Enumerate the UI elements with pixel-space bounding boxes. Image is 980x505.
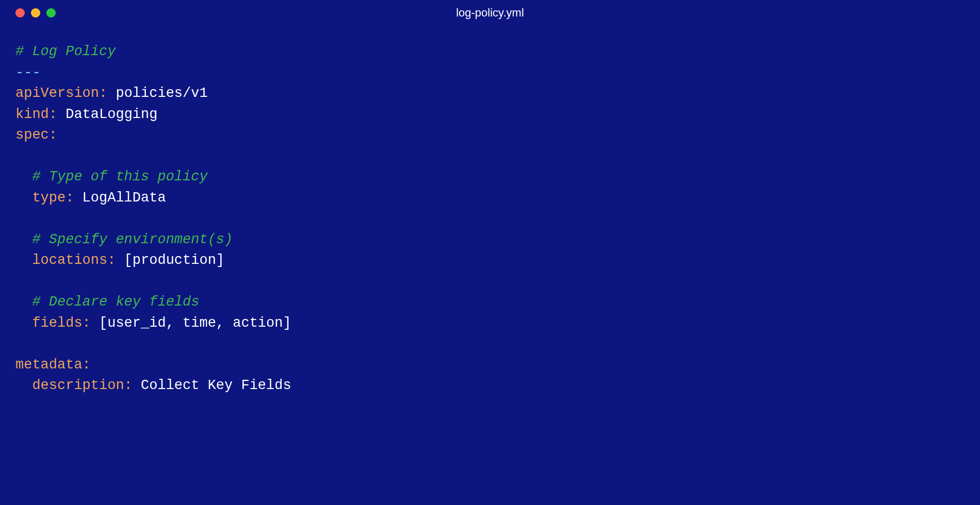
titlebar: log-policy.yml xyxy=(0,0,980,26)
yaml-value: policies/v1 xyxy=(107,86,207,101)
yaml-key: spec: xyxy=(15,127,57,143)
yaml-value: user_id xyxy=(107,315,166,331)
yaml-bracket: [ xyxy=(91,315,107,331)
yaml-bracket: ] xyxy=(283,315,291,331)
yaml-value: production xyxy=(133,252,216,268)
yaml-key: type: xyxy=(32,190,74,206)
yaml-key: kind: xyxy=(15,107,57,122)
yaml-sep: , xyxy=(166,315,183,331)
maximize-icon[interactable] xyxy=(46,8,56,18)
yaml-key: apiVersion: xyxy=(15,86,107,101)
code-comment: # Type of this policy xyxy=(32,169,207,184)
yaml-value: action xyxy=(233,315,283,331)
window-title: log-policy.yml xyxy=(456,6,524,20)
yaml-key: fields: xyxy=(32,315,90,331)
yaml-value: Collect Key Fields xyxy=(133,378,291,393)
code-comment: # Specify environment(s) xyxy=(32,232,233,247)
yaml-bracket: [ xyxy=(116,252,132,268)
yaml-value: LogAllData xyxy=(74,190,166,206)
yaml-value: DataLogging xyxy=(57,107,157,122)
yaml-doc-separator: --- xyxy=(15,65,41,80)
yaml-value: time xyxy=(183,315,216,331)
editor-window: log-policy.yml # Log Policy---apiVersion… xyxy=(0,0,980,505)
yaml-bracket: ] xyxy=(216,252,224,268)
yaml-sep: , xyxy=(216,315,233,331)
close-icon[interactable] xyxy=(15,8,25,18)
traffic-lights xyxy=(15,8,56,18)
code-comment: # Declare key fields xyxy=(32,294,199,310)
yaml-key: metadata: xyxy=(15,357,91,373)
code-editor[interactable]: # Log Policy---apiVersion: policies/v1ki… xyxy=(0,26,980,412)
code-comment: # Log Policy xyxy=(15,44,116,59)
minimize-icon[interactable] xyxy=(31,8,40,18)
yaml-key: locations: xyxy=(32,252,116,268)
yaml-key: description: xyxy=(32,378,132,393)
